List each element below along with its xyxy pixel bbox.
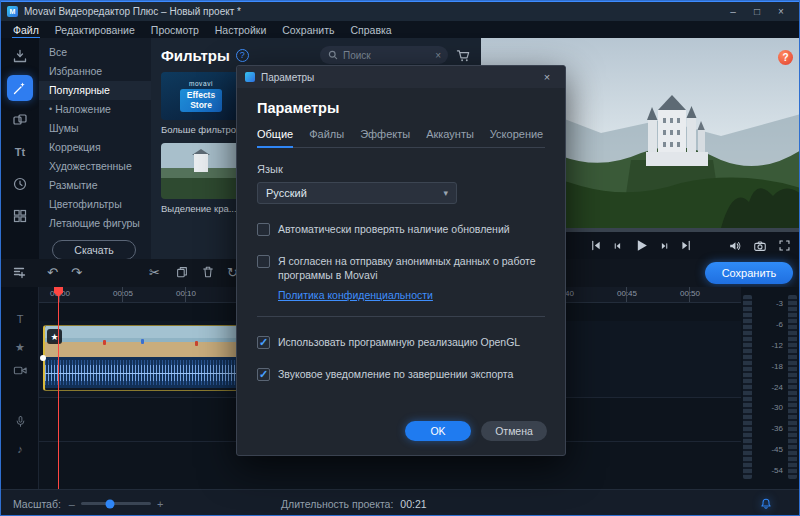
zoom-knob[interactable] [106, 499, 115, 508]
meter-scale: -3-6-12-18-24-30-36-45-54 [756, 295, 784, 479]
more-tools-button[interactable] [7, 203, 33, 229]
voice-track-mic-icon[interactable] [1, 415, 39, 428]
checkbox-export-sound[interactable]: Звуковое уведомление по завершении экспо… [257, 367, 545, 381]
category-artistic[interactable]: Художественные [39, 157, 151, 176]
checkbox-label: Звуковое уведомление по завершении экспо… [278, 367, 513, 381]
undo-icon[interactable]: ↶ [47, 265, 58, 281]
split-scissors-icon[interactable]: ✂ [149, 265, 160, 281]
search-icon [327, 49, 339, 61]
edge-filter-thumbnail[interactable] [161, 143, 241, 199]
category-popular[interactable]: Популярные [39, 81, 151, 100]
delete-trash-icon[interactable] [201, 265, 215, 279]
privacy-policy-link[interactable]: Политика конфиденциальности [278, 289, 545, 301]
playhead-line[interactable] [58, 287, 59, 489]
notifications-bell-icon[interactable] [759, 497, 773, 511]
previous-frame-button[interactable] [612, 240, 624, 252]
redo-icon[interactable]: ↷ [71, 265, 82, 281]
cancel-button[interactable]: Отмена [481, 421, 547, 441]
dialog-heading: Параметры [257, 100, 545, 116]
fullscreen-icon[interactable] [778, 239, 791, 253]
maximize-button[interactable]: □ [745, 3, 769, 20]
status-bar: Масштаб: – + Длительность проекта: 00:21 [1, 489, 800, 516]
cart-icon[interactable] [456, 48, 471, 63]
checkbox-label: Использовать программную реализацию Open… [278, 335, 520, 349]
category-colorfilters[interactable]: Цветофильтры [39, 195, 151, 214]
dialog-close-button[interactable]: × [537, 71, 557, 83]
checkbox-box[interactable] [257, 255, 270, 268]
category-favorites[interactable]: Избранное [39, 62, 151, 81]
animation-tab-button[interactable] [7, 171, 33, 197]
play-button[interactable] [633, 237, 650, 254]
category-overlay[interactable]: •Наложение [39, 100, 151, 119]
volume-icon[interactable] [728, 239, 742, 253]
meter-scale-label: -3 [757, 299, 783, 308]
import-media-button[interactable] [7, 43, 33, 69]
effects-track-icon[interactable]: ★ [1, 341, 39, 354]
search-clear-icon[interactable]: × [435, 50, 441, 61]
titles-track-icon[interactable]: T [1, 313, 39, 325]
checkbox-anonymous-data[interactable]: Я согласен на отправку анонимных данных … [257, 254, 545, 282]
language-label: Язык [257, 163, 545, 175]
menu-save[interactable]: Сохранить [274, 23, 342, 37]
language-select[interactable]: Русский ▾ [257, 182, 457, 204]
menu-edit[interactable]: Редактирование [47, 23, 143, 37]
clock-icon [12, 176, 28, 192]
checkbox-auto-updates[interactable]: Автоматически проверять наличие обновлен… [257, 222, 545, 236]
meter-bar-left [743, 295, 752, 479]
panel-title: Фильтры [161, 47, 230, 64]
next-frame-button[interactable] [659, 240, 671, 252]
category-flying-shapes[interactable]: Летающие фигуры [39, 214, 151, 233]
save-export-button[interactable]: Сохранить [705, 262, 793, 284]
ok-button[interactable]: OK [405, 421, 471, 441]
skip-start-button[interactable] [590, 239, 603, 252]
dialog-body: Параметры Общие Файлы Эффекты Аккаунты У… [237, 88, 565, 381]
menu-view[interactable]: Просмотр [143, 23, 207, 37]
search-input[interactable] [343, 50, 431, 61]
download-button[interactable]: Скачать [52, 240, 136, 260]
titles-tab-button[interactable]: Tt [7, 139, 33, 165]
store-badge-line1: Effects [187, 90, 215, 100]
zoom-out-icon[interactable]: – [69, 498, 75, 510]
filters-help-icon[interactable]: ? [236, 49, 249, 62]
category-blur[interactable]: Размытие [39, 176, 151, 195]
tab-accounts[interactable]: Аккаунты [426, 128, 474, 140]
snapshot-camera-icon[interactable] [753, 239, 767, 253]
menu-file[interactable]: Файл [5, 23, 47, 37]
checkbox-box[interactable] [257, 336, 270, 349]
menu-settings[interactable]: Настройки [207, 23, 275, 37]
dialog-titlebar[interactable]: Параметры × [237, 66, 565, 88]
meter-scale-label: -6 [757, 320, 783, 329]
zoom-slider[interactable]: – + [69, 498, 164, 510]
video-track-icon[interactable] [1, 363, 39, 378]
transport-controls [590, 237, 693, 254]
tab-general[interactable]: Общие [257, 128, 293, 140]
minimize-button[interactable]: – [721, 3, 745, 20]
effects-store-thumbnail[interactable]: movavi EffectsStore [161, 72, 241, 120]
add-track-button[interactable] [11, 265, 27, 281]
copy-icon[interactable] [175, 265, 189, 279]
category-correction[interactable]: Коррекция [39, 138, 151, 157]
meter-scale-label: -30 [757, 403, 783, 412]
skip-end-button[interactable] [680, 239, 693, 252]
store-badge: EffectsStore [180, 89, 222, 113]
music-track-icon[interactable]: ♪ [1, 443, 39, 455]
tab-acceleration[interactable]: Ускорение [490, 128, 543, 140]
search-box[interactable]: × [320, 46, 448, 64]
category-all[interactable]: Все [39, 43, 151, 62]
tab-files[interactable]: Файлы [309, 128, 344, 140]
close-button[interactable]: × [769, 3, 793, 20]
titles-icon: Tt [15, 146, 25, 158]
checkbox-opengl[interactable]: Использовать программную реализацию Open… [257, 335, 545, 349]
tab-effects[interactable]: Эффекты [360, 128, 410, 140]
zoom-in-icon[interactable]: + [157, 498, 163, 510]
transitions-tab-button[interactable] [7, 107, 33, 133]
clip-trim-handle[interactable] [40, 355, 46, 361]
category-noise[interactable]: Шумы [39, 119, 151, 138]
checkbox-box[interactable] [257, 223, 270, 236]
menu-help[interactable]: Справка [342, 23, 399, 37]
meter-scale-label: -45 [757, 445, 783, 454]
zoom-track[interactable] [81, 502, 151, 505]
help-button[interactable]: ? [778, 50, 793, 65]
checkbox-box[interactable] [257, 368, 270, 381]
filters-tab-button[interactable] [7, 75, 33, 101]
